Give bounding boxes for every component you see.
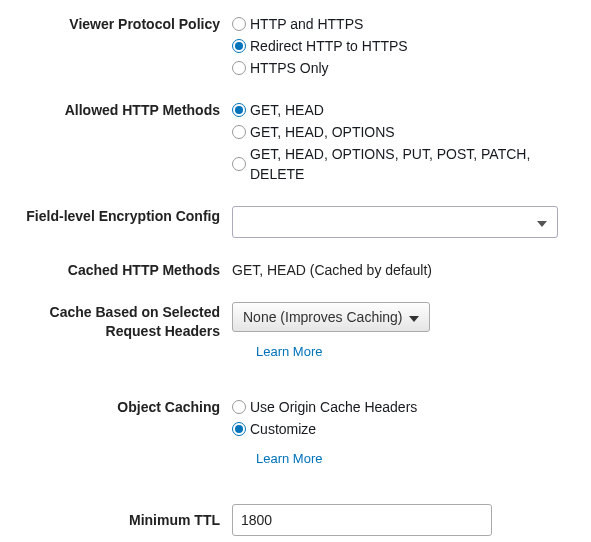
radio-icon (232, 61, 246, 75)
radio-label: GET, HEAD, OPTIONS, PUT, POST, PATCH, DE… (250, 144, 577, 184)
dropdown-cache-request-headers[interactable]: None (Improves Caching) (232, 302, 430, 332)
group-object-caching: Use Origin Cache Headers Customize Learn… (232, 397, 577, 466)
label-cache-request-headers: Cache Based on Selected Request Headers (0, 302, 232, 341)
group-allowed-http-methods: GET, HEAD GET, HEAD, OPTIONS GET, HEAD, … (232, 100, 577, 184)
label-allowed-http-methods: Allowed HTTP Methods (0, 100, 232, 120)
radio-oc-0[interactable]: Use Origin Cache Headers (232, 397, 577, 417)
row-object-caching: Object Caching Use Origin Cache Headers … (0, 397, 577, 466)
radio-icon (232, 422, 246, 436)
radio-oc-1[interactable]: Customize (232, 419, 577, 439)
radio-icon (232, 103, 246, 117)
row-allowed-http-methods: Allowed HTTP Methods GET, HEAD GET, HEAD… (0, 100, 577, 184)
radio-label: GET, HEAD, OPTIONS (250, 122, 395, 142)
chevron-down-icon (409, 309, 419, 325)
radio-label: Use Origin Cache Headers (250, 397, 417, 417)
row-cached-http-methods: Cached HTTP Methods GET, HEAD (Cached by… (0, 260, 577, 280)
input-minimum-ttl[interactable] (232, 504, 492, 536)
radio-label: Redirect HTTP to HTTPS (250, 36, 408, 56)
radio-ahm-0[interactable]: GET, HEAD (232, 100, 577, 120)
group-viewer-protocol-policy: HTTP and HTTPS Redirect HTTP to HTTPS HT… (232, 14, 577, 78)
radio-label: GET, HEAD (250, 100, 324, 120)
row-viewer-protocol-policy: Viewer Protocol Policy HTTP and HTTPS Re… (0, 14, 577, 78)
text-cached-http-methods: GET, HEAD (Cached by default) (232, 260, 577, 280)
label-minimum-ttl: Minimum TTL (0, 511, 232, 530)
label-cached-http-methods: Cached HTTP Methods (0, 260, 232, 280)
radio-label: HTTPS Only (250, 58, 329, 78)
radio-icon (232, 39, 246, 53)
radio-ahm-2[interactable]: GET, HEAD, OPTIONS, PUT, POST, PATCH, DE… (232, 144, 577, 184)
radio-icon (232, 17, 246, 31)
value-field-level-encryption (232, 206, 577, 238)
dropdown-selected-text: None (Improves Caching) (243, 309, 403, 325)
label-viewer-protocol-policy: Viewer Protocol Policy (0, 14, 232, 34)
radio-icon (232, 157, 246, 171)
value-cache-request-headers: None (Improves Caching) Learn More (232, 302, 577, 359)
row-cache-request-headers: Cache Based on Selected Request Headers … (0, 302, 577, 359)
label-object-caching: Object Caching (0, 397, 232, 417)
radio-icon (232, 400, 246, 414)
link-learn-more-headers[interactable]: Learn More (232, 344, 577, 359)
row-field-level-encryption: Field-level Encryption Config (0, 206, 577, 238)
dropdown-field-level-encryption[interactable] (232, 206, 558, 238)
link-learn-more-caching[interactable]: Learn More (232, 451, 577, 466)
radio-vpp-2[interactable]: HTTPS Only (232, 58, 577, 78)
radio-ahm-1[interactable]: GET, HEAD, OPTIONS (232, 122, 577, 142)
radio-vpp-1[interactable]: Redirect HTTP to HTTPS (232, 36, 577, 56)
label-field-level-encryption: Field-level Encryption Config (0, 206, 232, 226)
radio-label: Customize (250, 419, 316, 439)
radio-vpp-0[interactable]: HTTP and HTTPS (232, 14, 577, 34)
value-minimum-ttl (232, 504, 577, 536)
radio-label: HTTP and HTTPS (250, 14, 363, 34)
radio-icon (232, 125, 246, 139)
row-minimum-ttl: Minimum TTL (0, 504, 577, 536)
chevron-down-icon (537, 214, 547, 230)
value-cached-http-methods: GET, HEAD (Cached by default) (232, 260, 577, 280)
